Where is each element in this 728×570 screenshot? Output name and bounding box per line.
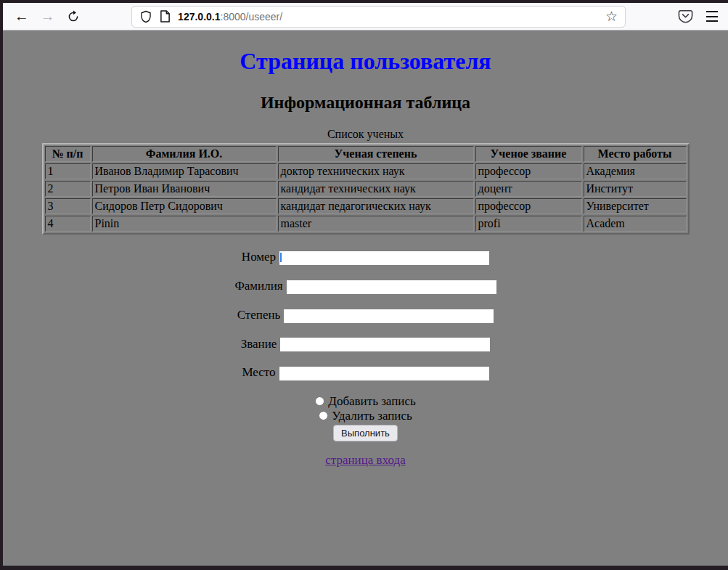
- login-link-row: страница входа: [3, 453, 728, 468]
- cell-number: 4: [45, 216, 91, 232]
- number-input[interactable]: [279, 251, 489, 265]
- cell-surname: Сидоров Петр Сидорович: [92, 198, 277, 214]
- browser-window: ← → 127.0.0.1:8000/useeer/ ☆: [0, 0, 728, 570]
- form-row-number: Номер: [3, 250, 728, 265]
- cell-workplace: Academ: [584, 216, 687, 232]
- cell-number: 2: [45, 181, 91, 197]
- bookmark-star-icon[interactable]: ☆: [605, 9, 618, 23]
- cell-degree: кандидат педагогических наук: [278, 198, 474, 214]
- add-record-label: Добавить запись: [328, 394, 415, 409]
- table-row: 4 Pinin master profi Academ: [45, 216, 687, 232]
- add-record-radio[interactable]: [315, 396, 324, 406]
- browser-toolbar: ← → 127.0.0.1:8000/useeer/ ☆: [3, 3, 728, 30]
- execute-button[interactable]: Выполнить: [333, 425, 398, 441]
- cell-workplace: Институт: [584, 181, 687, 197]
- place-label: Место: [242, 365, 275, 379]
- reload-icon: [67, 10, 80, 23]
- text-caret: [280, 253, 282, 262]
- form-row-surname: Фамилия: [3, 279, 728, 294]
- url-path: :8000/useeer/: [221, 11, 283, 23]
- scientists-table: № п/п Фамилия И.О. Ученая степень Ученое…: [42, 143, 690, 235]
- cell-number: 1: [45, 163, 91, 179]
- table-row: 3 Сидоров Петр Сидорович кандидат педаго…: [45, 198, 687, 214]
- delete-record-radio[interactable]: [319, 411, 328, 420]
- rank-input[interactable]: [280, 338, 490, 351]
- radio-row-delete: Удалить запись: [3, 409, 728, 423]
- cell-surname: Pinin: [92, 216, 277, 232]
- table-row: 1 Иванов Владимир Тарасович доктор техни…: [45, 163, 687, 179]
- form-row-degree: Степень: [3, 308, 728, 323]
- delete-record-label: Удалить запись: [332, 409, 412, 423]
- cell-surname: Иванов Владимир Тарасович: [92, 163, 277, 179]
- url-bar[interactable]: 127.0.0.1:8000/useeer/ ☆: [131, 6, 626, 28]
- cell-rank: профессор: [475, 163, 582, 179]
- column-header-degree: Ученая степень: [278, 146, 474, 162]
- cell-degree: master: [278, 216, 474, 232]
- login-page-link[interactable]: страница входа: [325, 453, 405, 467]
- degree-input[interactable]: [284, 309, 494, 323]
- pocket-icon[interactable]: [678, 9, 693, 23]
- table-header-row: № п/п Фамилия И.О. Ученая степень Ученое…: [45, 146, 687, 162]
- page-info-icon[interactable]: [160, 10, 171, 23]
- column-header-surname: Фамилия И.О.: [92, 146, 277, 162]
- page-content: Страница пользователя Информационная таб…: [3, 30, 728, 566]
- place-input[interactable]: [279, 367, 489, 380]
- page-subtitle: Информационная таблица: [3, 93, 728, 113]
- cell-degree: доктор технических наук: [278, 163, 474, 179]
- toolbar-right: [678, 9, 728, 23]
- cell-rank: доцент: [475, 181, 582, 197]
- cell-surname: Петров Иван Иванович: [92, 181, 277, 197]
- cell-workplace: Университет: [584, 198, 687, 214]
- table-row: 2 Петров Иван Иванович кандидат техничес…: [45, 181, 687, 197]
- surname-label: Фамилия: [234, 279, 282, 293]
- forward-button[interactable]: →: [38, 7, 58, 27]
- cell-degree: кандидат технических наук: [278, 181, 474, 197]
- reload-button[interactable]: [63, 7, 83, 27]
- rank-label: Звание: [241, 337, 277, 351]
- degree-label: Степень: [237, 308, 281, 322]
- column-header-workplace: Место работы: [584, 146, 687, 162]
- form-row-place: Место: [3, 365, 728, 380]
- page-title: Страница пользователя: [3, 48, 728, 75]
- column-header-number: № п/п: [45, 146, 91, 162]
- back-button[interactable]: ←: [12, 7, 32, 27]
- number-label: Номер: [242, 250, 276, 264]
- url-text[interactable]: 127.0.0.1:8000/useeer/: [178, 11, 282, 23]
- url-host: 127.0.0.1: [178, 11, 220, 23]
- record-form: Номер Фамилия Степень Звание Место Добав…: [3, 250, 728, 441]
- cell-number: 3: [45, 198, 91, 214]
- table-caption: Список ученых: [3, 128, 728, 141]
- form-row-rank: Звание: [3, 337, 728, 352]
- shield-icon[interactable]: [139, 10, 152, 23]
- menu-icon[interactable]: [706, 9, 718, 23]
- column-header-rank: Ученое звание: [475, 146, 582, 162]
- cell-rank: profi: [475, 216, 582, 232]
- radio-row-add: Добавить запись: [3, 394, 728, 409]
- surname-input[interactable]: [287, 280, 496, 294]
- cell-workplace: Академия: [584, 163, 687, 179]
- cell-rank: профессор: [475, 198, 582, 214]
